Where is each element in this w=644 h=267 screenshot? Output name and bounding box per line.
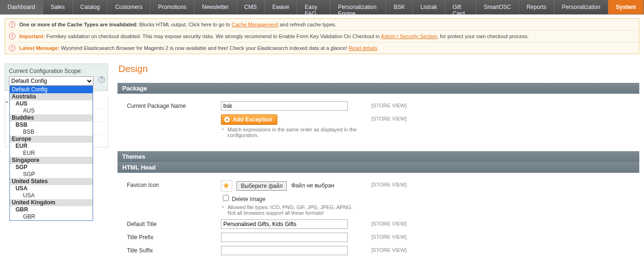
default-title-label: Default Title [127, 219, 221, 227]
default-title-input[interactable] [221, 219, 348, 229]
scope-option[interactable]: BSB [10, 121, 93, 129]
nav-item-reports[interactable]: Reports [519, 0, 554, 14]
scope-option[interactable]: GBR [10, 213, 93, 220]
section-bar-themes[interactable]: Themes [118, 151, 639, 162]
nav-item-system[interactable]: System [608, 0, 644, 14]
top-nav: DashboardSalesCatalogCustomersPromotions… [0, 0, 644, 15]
scope-option[interactable]: Singapore [10, 157, 93, 164]
notice-latest-text: Wyomind Elasticsearch Browser for Magent… [60, 45, 349, 51]
favicon-scope: [STORE VIEW] [362, 180, 407, 187]
scope-select[interactable]: Default Config [9, 76, 94, 86]
notice-cache-bold: One or more of the Cache Types are inval… [19, 22, 138, 27]
nav-item-bsk[interactable]: BSK [386, 0, 413, 14]
scope-option[interactable]: BSB [10, 129, 93, 136]
alert-icon: ! [9, 21, 16, 28]
title-prefix-scope: [STORE VIEW] [362, 233, 407, 240]
notice-panel: ! One or more of the Cache Types are inv… [5, 18, 639, 54]
default-title-scope: [STORE VIEW] [362, 219, 407, 227]
section-bar-html-head[interactable]: HTML Head [118, 162, 639, 173]
nav-item-ewave[interactable]: Ewave [265, 0, 297, 14]
notice-formkey: ! Important: Formkey validation on check… [5, 31, 639, 42]
nav-item-catalog[interactable]: Catalog [73, 0, 108, 14]
package-name-scope: [STORE VIEW] [362, 101, 407, 108]
alert-icon: ! [9, 45, 16, 51]
nav-item-newsletter[interactable]: Newsletter [195, 0, 237, 14]
add-exception-label: Add Exception [233, 116, 272, 123]
notice-latest-bold: Latest Message: [19, 45, 60, 51]
package-hint: Match expressions in the same order as d… [221, 127, 362, 138]
section-package: Package Current Package Name [STORE VIEW… [118, 83, 639, 144]
notice-important-text: Formkey validation on checkout disabled.… [45, 33, 381, 39]
page-title: Design [118, 64, 639, 74]
nav-item-smartosc[interactable]: SmartOSC [476, 0, 519, 14]
scope-option[interactable]: SGP [10, 164, 93, 171]
notice-cache: ! One or more of the Cache Types are inv… [5, 19, 639, 31]
scope-option[interactable]: Europe [10, 136, 93, 143]
nav-item-sales[interactable]: Sales [43, 0, 73, 14]
title-prefix-label: Title Prefix [127, 233, 221, 241]
title-suffix-label: Title Suffix [127, 246, 221, 254]
alert-icon: ! [9, 33, 16, 40]
delete-image-label: Delete Image [232, 196, 265, 202]
file-none-text: Файл не выбран [291, 182, 334, 189]
package-name-input[interactable] [221, 101, 348, 111]
read-details-link[interactable]: Read details [349, 45, 377, 51]
title-suffix-input[interactable] [221, 246, 348, 255]
scope-dropdown[interactable]: Default ConfigAustraliaAUSAUSBuddiesBSBB… [9, 86, 93, 221]
nav-item-customers[interactable]: Customers [108, 0, 150, 14]
title-suffix-scope: [STORE VIEW] [362, 246, 407, 253]
cache-management-link[interactable]: Cache Management [232, 22, 278, 27]
scope-label: Current Configuration Scope: [9, 68, 104, 74]
add-exception-scope: [STORE VIEW] [362, 114, 407, 121]
title-prefix-input[interactable] [221, 233, 348, 242]
add-exception-button[interactable]: + Add Exception [221, 114, 277, 125]
favicon-preview [221, 180, 232, 192]
file-choose-button[interactable]: Выберите файл [236, 181, 287, 191]
scope-option[interactable]: AUS [10, 107, 93, 114]
scope-option[interactable]: United States [10, 178, 93, 185]
scope-option[interactable]: EUR [10, 143, 93, 150]
scope-option[interactable]: SGP [10, 171, 93, 178]
scope-option[interactable]: USA [10, 192, 93, 199]
nav-item-dashboard[interactable]: Dashboard [0, 0, 43, 14]
delete-image-checkbox[interactable] [223, 195, 229, 201]
scope-option[interactable]: Default Config [10, 86, 93, 93]
nav-item-promotions[interactable]: Promotions [150, 0, 195, 14]
favicon-label: Favicon Icon [127, 180, 221, 188]
nav-item-personalization[interactable]: Personalization [554, 0, 608, 14]
nav-item-cms[interactable]: CMS [237, 0, 265, 14]
notice-cache-text: Blocks HTML output. Click here to go to [138, 22, 232, 27]
scope-option[interactable]: EUR [10, 150, 93, 157]
nav-item-personalization-engine[interactable]: Personalization Engine [330, 0, 386, 14]
nav-item-listrak[interactable]: Listrak [413, 0, 445, 14]
help-icon[interactable]: ? [98, 76, 105, 83]
notice-important-tail: , for protect your own checkout process. [437, 33, 529, 39]
admin-security-link[interactable]: Admin / Security Section [381, 33, 437, 39]
scope-option[interactable]: AUS [10, 100, 93, 107]
scope-option[interactable]: Buddies [10, 114, 93, 121]
section-bar-package[interactable]: Package [118, 83, 639, 94]
scope-option[interactable]: Australia [10, 93, 93, 100]
scope-option[interactable]: United Kingdom [10, 199, 93, 206]
scope-box: Current Configuration Scope: Default Con… [5, 64, 108, 91]
package-name-label: Current Package Name [127, 101, 221, 109]
nav-item-gift-card[interactable]: Gift Card [445, 0, 476, 14]
scope-option[interactable]: GBR [10, 206, 93, 213]
nav-item-easy-faq[interactable]: Easy FAQ [297, 0, 330, 14]
scope-option[interactable]: USA [10, 185, 93, 192]
plus-icon: + [224, 117, 230, 122]
section-themes: Themes HTML Head Favicon Icon Выберите ф… [118, 151, 639, 261]
notice-cache-tail: and refresh cache types. [278, 22, 337, 27]
notice-latest: ! Latest Message: Wyomind Elasticsearch … [5, 42, 639, 54]
notice-important-bold: Important: [19, 33, 45, 39]
favicon-hint: Allowed file types: ICO, PNG, GIF, JPG, … [221, 204, 362, 216]
